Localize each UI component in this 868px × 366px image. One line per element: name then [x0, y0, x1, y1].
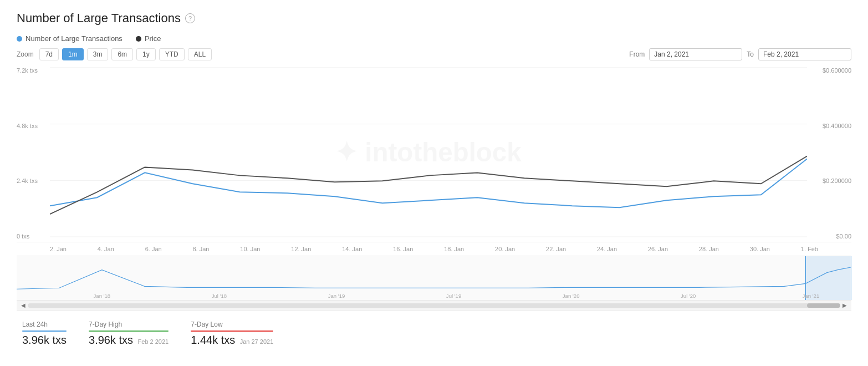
y-label-right-0: $0.600000 [823, 67, 851, 74]
stat-7day-low-value: 1.44k txs [191, 334, 235, 346]
x-label-9: 20. Jan [495, 246, 515, 252]
title-row: Number of Large Transactions ? [17, 11, 851, 26]
x-label-6: 14. Jan [342, 246, 362, 252]
svg-text:Jan '18: Jan '18 [94, 293, 111, 299]
y-label-right-2: $0.200000 [823, 177, 851, 184]
zoom-all[interactable]: ALL [188, 48, 212, 60]
stat-last24h: Last 24h 3.96k txs [22, 321, 67, 347]
stat-7day-low: 7-Day Low 1.44k txs Jan 27 2021 [191, 321, 273, 347]
zoom-1y[interactable]: 1y [136, 48, 156, 60]
x-label-12: 26. Jan [648, 246, 668, 252]
y-axis-right: $0.600000 $0.400000 $0.200000 $0.00 [807, 65, 851, 242]
x-label-3: 8. Jan [192, 246, 209, 252]
navigator-svg: Jan '18 Jul '18 Jan '19 Jul '19 Jan '20 … [17, 256, 851, 300]
watermark-text: ✦ intotheblock [335, 138, 522, 167]
y-label-left-2: 2.4k txs [17, 177, 50, 184]
scrollbar-row: ◀ ▶ [17, 301, 851, 311]
x-label-5: 12. Jan [291, 246, 311, 252]
stat-7day-high-label: 7-Day High [89, 321, 169, 328]
navigator-area: Jan '18 Jul '18 Jan '19 Jul '19 Jan '20 … [17, 256, 851, 301]
svg-text:Jul '19: Jul '19 [446, 293, 461, 299]
zoom-controls: Zoom 7d 1m 3m 6m 1y YTD ALL [17, 48, 212, 60]
x-axis-row: 2. Jan 4. Jan 6. Jan 8. Jan 10. Jan 12. … [17, 242, 851, 256]
x-label-15: 1. Feb [801, 246, 818, 252]
stat-7day-high-value: 3.96k txs [89, 334, 133, 346]
zoom-label: Zoom [17, 50, 34, 58]
x-label-2: 6. Jan [145, 246, 162, 252]
x-label-1: 4. Jan [98, 246, 114, 252]
svg-text:Jul '18: Jul '18 [212, 293, 227, 299]
y-axis-left: 7.2k txs 4.8k txs 2.4k txs 0 txs [17, 65, 50, 242]
x-label-10: 22. Jan [546, 246, 566, 252]
legend-dot-blue [17, 36, 22, 42]
stat-last24h-underline [22, 331, 67, 332]
y-label-left-0: 7.2k txs [17, 67, 50, 74]
stat-last24h-value: 3.96k txs [22, 334, 67, 346]
stat-last24h-value-row: 3.96k txs [22, 334, 67, 347]
scrollbar-track[interactable] [28, 303, 840, 308]
stat-7day-low-label: 7-Day Low [191, 321, 273, 328]
scroll-right-arrow[interactable]: ▶ [840, 301, 849, 310]
x-label-8: 18. Jan [444, 246, 464, 252]
svg-text:Jan '20: Jan '20 [563, 293, 580, 299]
main-chart-svg: ✦ intotheblock [50, 65, 807, 242]
to-date-input[interactable] [758, 48, 851, 60]
svg-rect-4 [17, 256, 851, 300]
x-label-7: 16. Jan [393, 246, 413, 252]
from-label: From [629, 50, 645, 58]
legend-label-price: Price [145, 34, 161, 43]
main-container: Number of Large Transactions ? Number of… [0, 0, 868, 363]
legend-label-transactions: Number of Large Transactions [25, 34, 122, 43]
stat-7day-low-value-row: 1.44k txs Jan 27 2021 [191, 334, 273, 347]
main-chart-area: 7.2k txs 4.8k txs 2.4k txs 0 txs $0.6000… [17, 65, 851, 242]
controls-row: Zoom 7d 1m 3m 6m 1y YTD ALL From To [17, 48, 851, 60]
stat-7day-low-underline [191, 331, 273, 332]
help-icon[interactable]: ? [185, 13, 195, 23]
page-title: Number of Large Transactions [17, 11, 181, 26]
x-label-11: 24. Jan [597, 246, 617, 252]
zoom-6m[interactable]: 6m [111, 48, 133, 60]
y-label-left-3: 0 txs [17, 233, 50, 240]
chart-svg-container: ✦ intotheblock [50, 65, 807, 242]
x-label-4: 10. Jan [240, 246, 260, 252]
legend-item-transactions: Number of Large Transactions [17, 34, 122, 43]
x-label-14: 30. Jan [750, 246, 770, 252]
date-range: From To [629, 48, 851, 60]
stat-7day-high: 7-Day High 3.96k txs Feb 2 2021 [89, 321, 169, 347]
stat-last24h-label: Last 24h [22, 321, 67, 328]
y-label-left-1: 4.8k txs [17, 123, 50, 129]
x-label-0: 2. Jan [50, 246, 67, 252]
from-date-input[interactable] [649, 48, 742, 60]
legend-row: Number of Large Transactions Price [17, 34, 851, 43]
scrollbar-thumb[interactable] [807, 303, 840, 308]
y-label-right-3: $0.00 [836, 233, 851, 240]
stat-7day-low-date: Jan 27 2021 [240, 338, 274, 345]
svg-text:Jan '21: Jan '21 [803, 293, 820, 299]
zoom-3m[interactable]: 3m [87, 48, 109, 60]
svg-text:Jul '20: Jul '20 [681, 293, 696, 299]
legend-dot-dark [136, 36, 141, 42]
to-label: To [747, 50, 754, 58]
scroll-left-arrow[interactable]: ◀ [19, 301, 28, 310]
legend-item-price: Price [136, 34, 161, 43]
svg-text:Jan '19: Jan '19 [328, 293, 345, 299]
y-label-right-1: $0.400000 [823, 123, 851, 129]
stat-7day-high-value-row: 3.96k txs Feb 2 2021 [89, 334, 169, 347]
stat-7day-high-date: Feb 2 2021 [138, 338, 169, 345]
zoom-ytd[interactable]: YTD [159, 48, 185, 60]
zoom-1m[interactable]: 1m [62, 48, 84, 60]
zoom-7d[interactable]: 7d [39, 48, 59, 60]
stat-7day-high-underline [89, 331, 169, 332]
stats-row: Last 24h 3.96k txs 7-Day High 3.96k txs … [17, 311, 851, 352]
x-label-13: 28. Jan [699, 246, 719, 252]
